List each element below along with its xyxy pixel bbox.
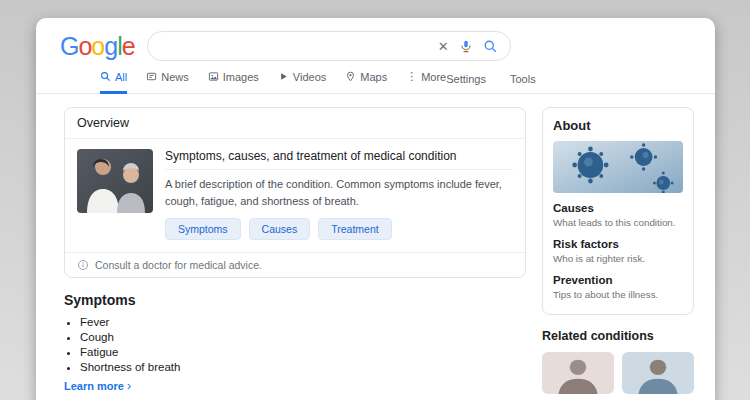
logo-letter: e [122,32,135,60]
search-tab-icon [100,71,111,82]
tab-maps[interactable]: Maps [345,70,387,94]
symptoms-button[interactable]: Symptoms [165,218,241,240]
tab-images[interactable]: Images [208,70,259,94]
learn-more-link[interactable]: Learn more › [64,380,526,392]
tab-videos[interactable]: Videos [278,70,326,94]
tab-label: Videos [293,71,326,83]
tab-label: All [115,71,127,83]
learn-more-label: Learn more [64,380,124,392]
doctor-patient-image [77,149,153,213]
about-section-text: Who is at righter risk. [553,252,683,265]
treatment-button[interactable]: Treatment [318,218,391,240]
tabs-right-group: Settings Tools [446,73,535,93]
videos-icon [278,71,289,82]
tab-more[interactable]: ⋮ More [406,70,446,94]
about-section-text: Tips to about the illness. [553,288,683,301]
logo-letter: G [60,32,78,60]
tab-label: News [161,71,189,83]
related-condition-image[interactable] [542,352,614,394]
main-column: Overview [64,107,526,400]
tab-label: Images [223,71,259,83]
tab-label: More [421,71,446,83]
about-prevention: Prevention Tips to about the illness. [553,274,683,301]
overview-buttons: Symptoms Causes Treatment [165,218,513,240]
overview-title: Symptoms, causes, and treatment of medic… [165,149,513,170]
browser-window: Google ✕ All News Images [36,18,715,400]
tabs-left-group: All News Images Videos Maps ⋮ More [100,70,446,93]
about-causes: Causes What leads to this condition. [553,202,683,229]
about-section-title: Prevention [553,274,683,286]
google-logo[interactable]: Google [60,32,135,61]
overview-text: Symptoms, causes, and treatment of medic… [165,149,513,240]
settings-button[interactable]: Settings [446,73,486,93]
symptom-item: Fever [80,316,526,328]
news-icon [146,71,157,82]
causes-button[interactable]: Causes [249,218,311,240]
tab-news[interactable]: News [146,70,189,94]
results-tabs: All News Images Videos Maps ⋮ More [36,70,715,94]
logo-letter: g [104,32,117,60]
about-section-title: Risk factors [553,238,683,250]
disclaimer-text: Consult a doctor for medical advice. [95,259,262,271]
info-icon [77,259,89,271]
clear-search-icon[interactable]: ✕ [438,40,449,53]
virus-image [553,141,683,193]
symptoms-section: Symptoms Fever Cough Fatigue Shortness o… [64,292,526,392]
header: Google ✕ [36,18,715,61]
search-input[interactable] [160,32,428,60]
search-box[interactable]: ✕ [147,31,511,61]
maps-icon [345,71,356,82]
overview-card-body: Symptoms, causes, and treatment of medic… [65,139,525,252]
overview-card: Overview [64,107,526,278]
logo-letter: o [91,32,104,60]
symptom-item: Cough [80,331,526,343]
related-conditions-section: Related conditions [542,329,694,400]
symptom-item: Shortness of breath [80,361,526,373]
overview-description: A brief description of the condition. Co… [165,176,513,209]
about-heading: About [553,118,683,133]
about-risk-factors: Risk factors Who is at righter risk. [553,238,683,265]
more-icon: ⋮ [406,70,417,83]
about-section-title: Causes [553,202,683,214]
images-icon [208,71,219,82]
tab-all[interactable]: All [100,70,127,94]
overview-card-header: Overview [65,108,525,139]
about-card: About [542,107,694,315]
related-grid [542,352,694,400]
search-icon[interactable] [483,39,498,54]
symptom-item: Fatigue [80,346,526,358]
results-content: Overview [36,94,715,400]
logo-letter: o [78,32,91,60]
related-heading: Related conditions [542,329,694,343]
overview-footer: Consult a doctor for medical advice. [65,252,525,277]
about-section-text: What leads to this condition. [553,216,683,229]
related-condition-image[interactable] [622,352,694,394]
chevron-right-icon: › [127,380,131,392]
microphone-icon[interactable] [459,39,473,53]
symptoms-list: Fever Cough Fatigue Shortness of breath [80,316,526,373]
tools-button[interactable]: Tools [510,73,536,93]
symptoms-heading: Symptoms [64,292,526,308]
tab-label: Maps [360,71,387,83]
sidebar: About [542,107,694,400]
